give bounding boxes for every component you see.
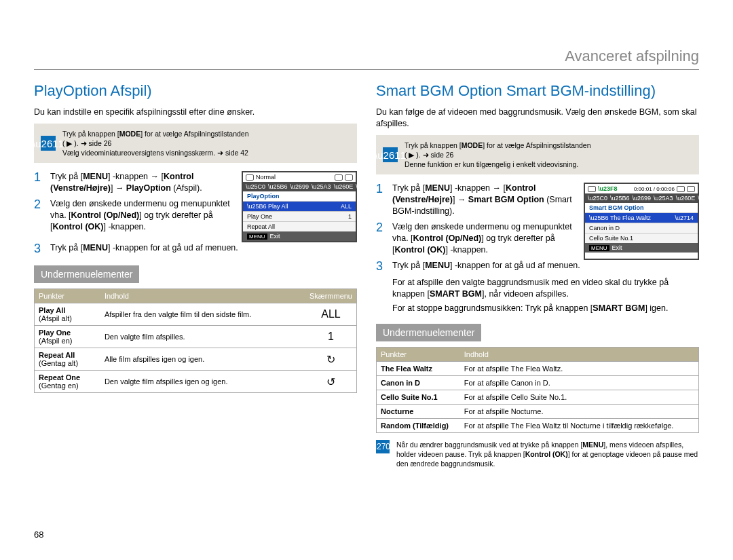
- step-number: 3: [34, 242, 43, 256]
- table-row: Random (Tilfældig)For at afspille The Fl…: [377, 418, 699, 432]
- footnote: \u270E Når du ændrer baggrundsmusik ved …: [376, 440, 699, 469]
- smartbgm-table: Punkter Indhold The Flea WaltzFor at afs…: [376, 347, 699, 433]
- icon-repeat-all: ↻: [305, 348, 356, 371]
- playoption-table: Punkter Indhold Skærmmenu Play All(Afspi…: [34, 288, 357, 393]
- step-body: Vælg den ønskede undermenu og menupunkte…: [50, 198, 232, 233]
- info-box-right: \u2611 Tryk på knappen [MODE] for at væl…: [376, 135, 699, 175]
- footnote-text: Når du ændrer baggrundsmusik ved at tryk…: [396, 440, 699, 469]
- lcd-preview-left: Normal \u25C0\u25B6\u2699\u25A3\u260E\u2…: [242, 171, 357, 242]
- lcd-menu-item[interactable]: Canon in D: [585, 223, 698, 233]
- lcd-time-label: 0:00:01 / 0:00:06: [634, 186, 675, 192]
- extra-note: For at stoppe baggrundsmusikken: Tryk på…: [392, 303, 699, 314]
- table-row: NocturneFor at afspille Nocturne.: [377, 404, 699, 418]
- th-punkter: Punkter: [35, 289, 100, 303]
- check-icon: \u2611: [41, 136, 56, 151]
- battery-icon: [345, 174, 353, 181]
- th-indhold: Indhold: [100, 289, 305, 303]
- subheading-left: Undermenuelementer: [34, 265, 139, 283]
- page-header: Avanceret afspilning: [34, 48, 699, 70]
- th-skaermmenu: Skærmmenu: [305, 289, 356, 303]
- table-row: The Flea WaltzFor at afspille The Flea W…: [377, 361, 699, 375]
- step-body: Tryk på [MENU] -knappen → [Kontrol (Vens…: [50, 171, 232, 194]
- table-row: Cello Suite No.1For at afspille Cello Su…: [377, 390, 699, 404]
- page-number: 68: [34, 529, 43, 540]
- step-body: Vælg den ønskede undermenu og menupunkte…: [392, 221, 574, 256]
- right-column: Smart BGM Option Smart BGM-indstilling) …: [376, 82, 699, 468]
- left-column: PlayOption Afspil) Du kan indstille en s…: [34, 82, 357, 468]
- lcd-menu-item[interactable]: Repeat All: [243, 221, 356, 231]
- note-icon: \u270E: [376, 440, 390, 453]
- lcd-exit-label: Exit: [270, 233, 280, 240]
- lcd-menu-item[interactable]: \u25B6 The Flea Waltz\u2714: [585, 212, 698, 223]
- table-row: Canon in DFor at afspille Canon in D.: [377, 375, 699, 390]
- sd-icon: [335, 174, 343, 181]
- menu-tag: MENU: [589, 245, 609, 251]
- lcd-top-label: Normal: [256, 174, 276, 181]
- extra-note: For at afspille den valgte baggrundsmusi…: [392, 277, 699, 300]
- step-number: 2: [376, 221, 386, 235]
- smartbgm-title: Smart BGM Option Smart BGM-indstilling): [376, 82, 699, 100]
- smartbgm-intro: Du kan følge de af videoen med baggrunds…: [376, 107, 699, 130]
- lcd-menu-title: PlayOption: [243, 191, 356, 201]
- record-icon: [588, 186, 596, 192]
- info-text-left: Tryk på knappen [MODE] for at vælge Afsp…: [62, 129, 249, 158]
- playoption-title: PlayOption Afspil): [34, 82, 357, 100]
- step-body: Tryk på [MENU] -knappen for at gå ud af …: [50, 242, 357, 254]
- lcd-menu-item[interactable]: \u25B6 Play AllALL: [243, 201, 356, 211]
- lcd-menu-item[interactable]: Play One1: [243, 211, 356, 221]
- info-text-right: Tryk på knappen [MODE] for at vælge Afsp…: [405, 141, 591, 170]
- th-punkter: Punkter: [377, 347, 460, 361]
- icon-one: 1: [305, 326, 356, 348]
- step-body: Tryk på [MENU] -knappen → [Kontrol (Vens…: [392, 183, 574, 217]
- icon-repeat-one: ↺: [305, 371, 356, 393]
- table-row: Repeat One(Gentag en)Den valgte film afs…: [35, 371, 357, 393]
- table-row: Play One(Afspil en)Den valgte film afspi…: [35, 326, 357, 348]
- lcd-preview-right: \u23F8 0:00:01 / 0:00:06 \u25C0\u25B6\u2…: [584, 183, 699, 259]
- lcd-exit-label: Exit: [612, 244, 622, 251]
- step-number: 1: [34, 171, 43, 185]
- playoption-intro: Du kan indstille en specifik afspilnings…: [34, 107, 357, 118]
- subheading-right: Undermenuelementer: [376, 324, 481, 341]
- step-body: Tryk på [MENU] -knappen for at gå ud af …: [392, 260, 699, 272]
- table-row: Repeat All(Gentag alt)Alle film afspille…: [35, 348, 357, 371]
- table-row: Play All(Afspil alt)Afspiller fra den va…: [35, 303, 357, 326]
- lcd-menu-title: Smart BGM Option: [585, 203, 698, 212]
- step-number: 2: [34, 198, 43, 212]
- record-icon: [246, 174, 254, 181]
- check-icon: \u2611: [383, 147, 398, 162]
- th-indhold: Indhold: [460, 347, 699, 361]
- step-number: 1: [376, 183, 386, 196]
- info-box-left: \u2611 Tryk på knappen [MODE] for at væl…: [34, 124, 357, 164]
- icon-all: ALL: [305, 303, 356, 326]
- battery-icon: [687, 186, 695, 192]
- menu-tag: MENU: [247, 234, 267, 240]
- sd-icon: [677, 186, 685, 192]
- lcd-menu-item[interactable]: Cello Suite No.1: [585, 233, 698, 243]
- step-number: 3: [376, 260, 386, 274]
